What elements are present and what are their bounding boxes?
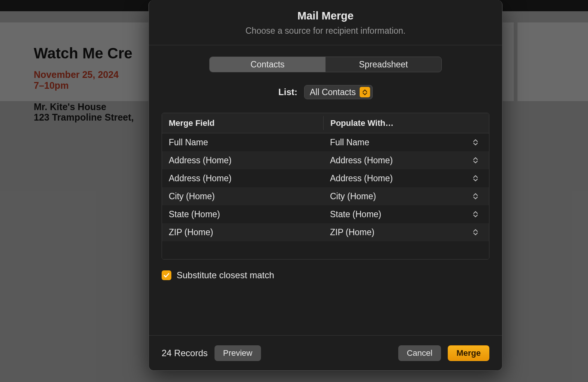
tab-contacts[interactable]: Contacts <box>210 57 326 72</box>
populate-value: State (Home) <box>330 209 381 219</box>
merge-field-cell: Address (Home) <box>162 173 323 184</box>
table-empty-row <box>162 241 489 259</box>
populate-with-cell[interactable]: Full Name <box>323 137 489 148</box>
merge-field-cell: Full Name <box>162 137 323 148</box>
tab-contacts-label: Contacts <box>250 60 285 70</box>
dialog-footer: 24 Records Preview Cancel Merge <box>149 335 502 370</box>
table-row: State (Home)State (Home) <box>162 205 489 223</box>
populate-with-cell[interactable]: Address (Home) <box>323 155 489 166</box>
populate-with-cell[interactable]: City (Home) <box>323 191 489 201</box>
tab-spreadsheet-label: Spreadsheet <box>359 60 408 70</box>
dialog-header: Mail Merge Choose a source for recipient… <box>149 0 502 45</box>
populate-with-cell[interactable]: ZIP (Home) <box>323 227 489 237</box>
merge-fields-table: Merge Field Populate With… Full NameFull… <box>162 113 489 260</box>
populate-with-cell[interactable]: Address (Home) <box>323 173 489 184</box>
merge-field-cell: State (Home) <box>162 209 323 219</box>
updown-icon <box>472 138 478 146</box>
column-merge-field[interactable]: Merge Field <box>162 113 323 133</box>
table-row: Full NameFull Name <box>162 133 489 151</box>
merge-field-cell: Address (Home) <box>162 155 323 166</box>
updown-icon <box>472 210 478 218</box>
preview-button-label: Preview <box>223 348 252 358</box>
column-populate-with[interactable]: Populate With… <box>324 113 489 133</box>
populate-value: Address (Home) <box>330 155 393 166</box>
merge-field-cell: ZIP (Home) <box>162 227 323 237</box>
source-segmented-control: Contacts Spreadsheet <box>209 57 442 72</box>
list-selector-row: List: All Contacts <box>162 85 489 99</box>
dialog-title: Mail Merge <box>156 10 495 22</box>
substitute-label: Substitute closest match <box>177 270 274 281</box>
populate-value: City (Home) <box>330 191 376 201</box>
dialog-body: Contacts Spreadsheet List: All Contacts … <box>149 45 502 335</box>
list-dropdown[interactable]: All Contacts <box>304 85 373 99</box>
populate-value: Address (Home) <box>330 173 393 184</box>
preview-button[interactable]: Preview <box>214 345 261 361</box>
tab-spreadsheet[interactable]: Spreadsheet <box>326 57 441 72</box>
populate-value: Full Name <box>330 137 369 148</box>
table-row: Address (Home)Address (Home) <box>162 151 489 169</box>
list-dropdown-value: All Contacts <box>310 87 356 97</box>
merge-field-cell: City (Home) <box>162 191 323 201</box>
updown-icon <box>472 156 478 164</box>
updown-icon <box>472 174 478 182</box>
merge-button-label: Merge <box>456 348 481 358</box>
table-body: Full NameFull Name Address (Home)Address… <box>162 133 489 241</box>
table-row: City (Home)City (Home) <box>162 187 489 205</box>
mail-merge-dialog: Mail Merge Choose a source for recipient… <box>148 0 502 371</box>
cancel-button-label: Cancel <box>407 348 432 358</box>
updown-icon <box>472 228 478 236</box>
dialog-subtitle: Choose a source for recipient informatio… <box>156 26 495 36</box>
substitute-row: Substitute closest match <box>162 270 489 281</box>
populate-with-cell[interactable]: State (Home) <box>323 209 489 219</box>
merge-button[interactable]: Merge <box>448 345 489 361</box>
updown-icon <box>472 192 478 200</box>
substitute-checkbox[interactable] <box>162 270 171 280</box>
cancel-button[interactable]: Cancel <box>398 345 441 361</box>
table-row: ZIP (Home)ZIP (Home) <box>162 223 489 241</box>
table-header: Merge Field Populate With… <box>162 113 489 133</box>
checkmark-icon <box>164 272 170 278</box>
list-label: List: <box>278 87 297 97</box>
stepper-icon <box>360 87 370 97</box>
table-row: Address (Home)Address (Home) <box>162 169 489 187</box>
records-count: 24 Records <box>162 348 208 358</box>
populate-value: ZIP (Home) <box>330 227 374 237</box>
